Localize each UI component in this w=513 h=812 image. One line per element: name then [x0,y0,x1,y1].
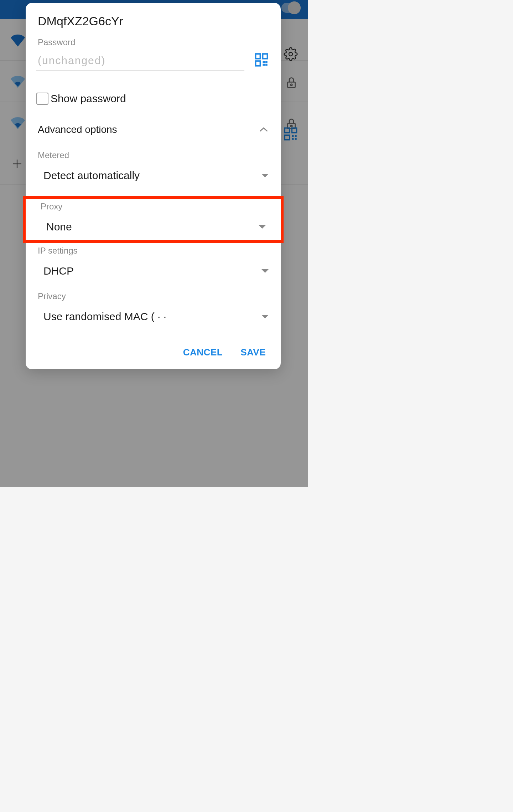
save-button[interactable]: SAVE [240,347,266,358]
svg-rect-19 [263,63,265,66]
password-field[interactable] [36,52,244,71]
dialog-title: DMqfXZ2G6cYr [26,14,281,28]
svg-rect-15 [263,54,267,58]
privacy-label: Privacy [26,291,281,301]
chevron-up-icon [259,127,269,132]
chevron-down-icon [261,315,269,318]
ip-settings-section: IP settings DHCP [26,246,281,281]
cancel-button[interactable]: CANCEL [183,347,223,358]
proxy-label: Proxy [28,202,278,212]
metered-section: Metered Detect automatically [26,150,281,186]
svg-rect-17 [263,61,265,63]
proxy-value: None [46,221,72,233]
ip-settings-value: DHCP [43,265,74,277]
show-password-row[interactable]: Show password [26,93,281,105]
ip-settings-dropdown[interactable]: DHCP [26,261,281,281]
advanced-options-label: Advanced options [38,124,117,135]
metered-value: Detect automatically [43,170,140,182]
svg-rect-18 [265,61,268,63]
svg-rect-16 [255,61,260,66]
chevron-down-icon [261,174,269,177]
chevron-down-icon [259,225,266,229]
privacy-value: Use randomised MAC ( · · [43,311,166,323]
proxy-dropdown[interactable]: None [28,217,278,237]
dialog-actions: CANCEL SAVE [26,337,281,361]
advanced-options-toggle[interactable]: Advanced options [26,124,281,135]
privacy-section: Privacy Use randomised MAC ( · · [26,291,281,327]
chevron-down-icon [261,269,269,273]
metered-dropdown[interactable]: Detect automatically [26,165,281,186]
proxy-section-highlighted: Proxy None [23,196,284,243]
metered-label: Metered [26,150,281,160]
wifi-edit-dialog: DMqfXZ2G6cYr Password Show password Adva… [26,3,281,369]
ip-settings-label: IP settings [26,246,281,256]
show-password-label: Show password [51,93,126,105]
svg-rect-20 [265,63,268,66]
privacy-dropdown[interactable]: Use randomised MAC ( · · [26,306,281,327]
qr-code-icon[interactable] [254,53,269,67]
show-password-checkbox[interactable] [36,93,48,105]
password-label: Password [26,37,281,47]
svg-rect-14 [255,54,260,58]
